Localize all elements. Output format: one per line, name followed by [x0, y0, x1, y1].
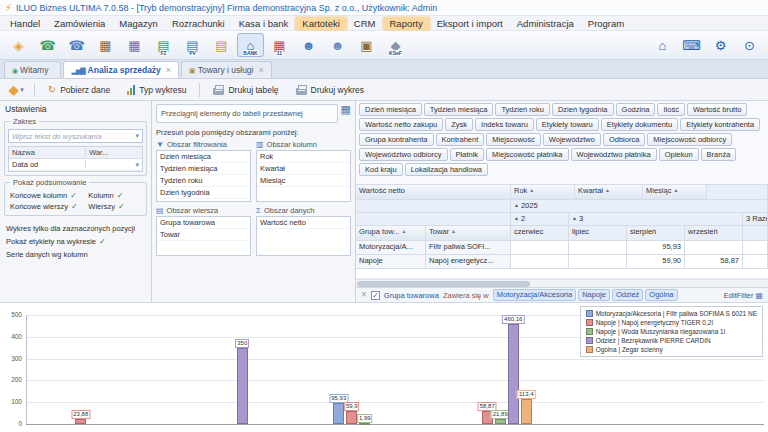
legend-item[interactable]: Napoje | Napój energetyczny TIGER 0,2l [586, 319, 757, 326]
pivot-field-button[interactable]: Miejscowość płatnika [486, 148, 568, 161]
pivot-data-field-button[interactable]: Wartość netto [356, 185, 511, 200]
menu-item[interactable]: Magazyn [112, 17, 165, 30]
field-item[interactable]: Wartość netto [257, 217, 350, 229]
pivot-field-button[interactable]: Tydzień roku [495, 103, 550, 116]
field-item[interactable]: Tydzień roku [157, 175, 250, 187]
chart-bar[interactable] [346, 411, 357, 424]
menu-item[interactable]: CRM [347, 17, 383, 30]
warehouse-icon[interactable]: ▣ [353, 33, 380, 57]
legend-item[interactable]: Ogólna | Zegar ścienny [586, 346, 757, 353]
chart-bar[interactable] [359, 423, 370, 425]
outgoing-call-icon[interactable]: ☎ [63, 33, 90, 57]
pivot-field-button[interactable]: Indeks towaru [475, 118, 534, 131]
quick-menu-button[interactable]: ◆ ▾ [5, 82, 28, 98]
edit-filter-button[interactable]: EditFilter ▦ [724, 291, 763, 300]
chart-type-button[interactable]: Typ wykresu [120, 82, 193, 98]
collapse-icon[interactable]: ▲ [572, 215, 577, 221]
document-tab[interactable]: ◉ Witamy [4, 61, 61, 78]
pivot-row-field-grupa[interactable]: Grupa tow...▲ [356, 226, 426, 241]
summary-checkbox[interactable]: Końcowe kolumn ✓ [8, 190, 86, 201]
tab-close-icon[interactable]: × [258, 65, 263, 75]
power-icon[interactable]: ⊙ [736, 33, 763, 57]
menu-item[interactable]: Kartoteki [295, 17, 347, 30]
range-grid-row[interactable]: Data od ▾ [9, 159, 142, 171]
search-input[interactable]: Wpisz tekst do wyszukania ▾ [8, 129, 143, 143]
pivot-quarter-header[interactable]: ▲3 [569, 213, 743, 226]
pivot-data-row[interactable]: Motoryzacja/A... Filtr paliwa SOFI... 95… [356, 241, 768, 255]
ksef-icon[interactable]: ◆ KSeF [382, 33, 409, 57]
tab-close-icon[interactable]: × [166, 65, 171, 75]
summary-checkbox[interactable]: Końcowe wierszy ✓ [8, 201, 86, 212]
filter-value-chip[interactable]: Odzież [612, 289, 643, 301]
pivot-field-button[interactable]: Województwo [543, 133, 601, 146]
contractors-icon[interactable]: ☻ [295, 33, 322, 57]
quick-actions-icon[interactable]: ◈ [5, 33, 32, 57]
menu-item[interactable]: Rozrachunki [165, 17, 232, 30]
menu-item[interactable]: Handel [3, 17, 47, 30]
pivot-quarter-header[interactable]: ▲2 [511, 213, 569, 226]
pivot-field-button[interactable]: Grupa kontrahenta [359, 133, 434, 146]
pivot-field-button[interactable]: Lokalizacja handlowa [405, 163, 488, 176]
pivot-hscrollbar[interactable] [356, 279, 768, 287]
chart-bar[interactable] [495, 419, 506, 424]
name-column-header[interactable]: Nazwa [9, 148, 86, 157]
pivot-quarter-total-header[interactable]: 3 Razem [743, 213, 768, 226]
pivot-month-header[interactable]: lipiec [569, 226, 627, 241]
pivot-field-button[interactable]: Województwo odbiorcy [359, 148, 448, 161]
calendar-icon[interactable]: ▦ 11 [266, 33, 293, 57]
devices-icon[interactable]: ⌨ [678, 33, 705, 57]
invoice-fz-icon[interactable]: ▤ FZ [150, 33, 177, 57]
pivot-field-button[interactable]: Tydzień miesiąca [424, 103, 494, 116]
fetch-data-button[interactable]: ↻ Pobierz dane [41, 82, 117, 98]
bank-icon[interactable]: ⌂ BANK [237, 33, 264, 57]
pivot-field-button[interactable]: Dzień tygodnia [552, 103, 614, 116]
menu-item[interactable]: Eksport i import [430, 17, 510, 30]
field-item[interactable]: Kwartał [257, 163, 350, 175]
pivot-column-field-miesiac[interactable]: Miesiąc▲ [643, 185, 707, 200]
pivot-field-button[interactable]: Dzień miesiąca [359, 103, 422, 116]
pivot-field-button[interactable]: Etykiety towaru [536, 118, 599, 131]
option-checkbox[interactable]: Serie danych wg kolumn [5, 248, 146, 261]
pivot-field-button[interactable]: Kontrahent [436, 133, 485, 146]
legend-item[interactable]: Odzież | Bezrękawnik PIERRE CARDIN [586, 337, 757, 344]
pivot-field-button[interactable]: Miejscowość odbiorcy [647, 133, 732, 146]
settings-icon[interactable]: ⚙ [707, 33, 734, 57]
filter-remove-icon[interactable]: × [361, 290, 367, 300]
home-icon[interactable]: ⌂ [649, 33, 676, 57]
pivot-month-header[interactable]: czerwiec [511, 226, 569, 241]
pivot-row-field-towar[interactable]: Towar▲ [426, 226, 511, 241]
menu-item[interactable]: Kasa i bank [232, 17, 296, 30]
filter-operator[interactable]: Zawiera się w [443, 291, 489, 300]
legend-item[interactable]: Motoryzacja/Akcesoria | Filtr paliwa SOF… [586, 310, 757, 317]
pivot-column-field-rok[interactable]: Rok▲ [511, 185, 575, 200]
scrollbar-thumb[interactable] [357, 281, 530, 287]
option-checkbox[interactable]: Pokaż etykiety na wykresie ✓ [5, 235, 146, 248]
value-dropdown-icon[interactable]: ▾ [135, 161, 139, 169]
field-item[interactable]: Miesiąc [257, 175, 350, 187]
document-tab[interactable]: ▂▅▇ Analiza sprzedaży × [63, 61, 179, 78]
pivot-field-button[interactable]: Odbiorca [603, 133, 645, 146]
sales-cart-icon[interactable]: ▦ [92, 33, 119, 57]
field-item[interactable]: Dzień miesiąca [157, 151, 250, 163]
collapse-icon[interactable]: ▲ [514, 202, 519, 208]
chart-bar[interactable] [521, 399, 532, 424]
document-tab[interactable]: ▣ Towary i usługi × [181, 61, 272, 78]
pivot-month-header[interactable]: wrzesień [685, 226, 743, 241]
menu-item[interactable]: Administracja [510, 17, 581, 30]
collapse-icon[interactable]: ▲ [514, 215, 519, 221]
pivot-field-button[interactable]: Etykiety kontrahenta [680, 118, 760, 131]
pivot-column-field-kwartal[interactable]: Kwartał▲ [575, 185, 643, 200]
field-item[interactable]: Tydzień miesiąca [157, 163, 250, 175]
filter-value-chip[interactable]: Ogólna [645, 289, 677, 301]
filter-enabled-checkbox[interactable]: ✓ [371, 291, 380, 300]
chart-bar[interactable] [237, 348, 248, 424]
pivot-year-header[interactable]: ▲2025 [511, 200, 768, 213]
summary-checkbox[interactable]: Wierszy ✓ [86, 201, 143, 212]
employees-icon[interactable]: ☻ [324, 33, 351, 57]
print-chart-button[interactable]: Drukuj wykres [289, 82, 371, 98]
pivot-field-button[interactable]: Opiekun [659, 148, 699, 161]
chart-bar[interactable] [75, 419, 86, 424]
field-item[interactable]: Rok [257, 151, 350, 163]
pivot-field-button[interactable]: Zysk [445, 118, 473, 131]
chart-bar[interactable] [508, 324, 519, 424]
